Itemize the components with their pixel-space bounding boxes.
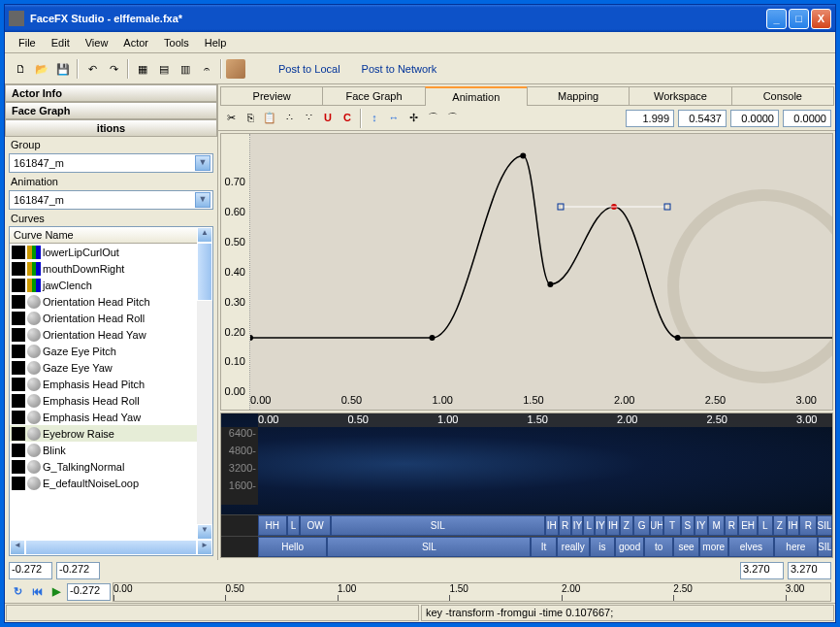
phoneme-cell[interactable]: It <box>531 537 556 557</box>
phoneme-cell[interactable]: IY <box>695 515 708 536</box>
menu-view[interactable]: View <box>78 35 116 50</box>
curve-row[interactable]: Blink <box>10 442 212 458</box>
bound-left2[interactable]: -0.272 <box>56 562 100 579</box>
move-v-icon[interactable]: ↕ <box>366 110 383 127</box>
save-icon[interactable]: 💾 <box>53 59 73 79</box>
curve-row[interactable]: jawClench <box>10 277 212 293</box>
phoneme-cell[interactable]: SIL <box>327 537 531 557</box>
panel3-icon[interactable]: ▥ <box>176 59 195 79</box>
phoneme-row[interactable]: HHLOWSILIHRIYLIYIHZGUHTSIYMREHLZIHRSIL <box>221 514 832 536</box>
phoneme-cell[interactable]: IH <box>545 515 559 536</box>
chevron-down-icon[interactable]: ▼ <box>195 192 210 208</box>
curves-scrollbar-h[interactable]: ◄ ► <box>10 540 212 555</box>
close-button[interactable]: X <box>811 9 831 29</box>
phoneme-cell[interactable]: Z <box>773 515 787 536</box>
scroll-down-icon[interactable]: ▼ <box>197 524 212 540</box>
tangent2-icon[interactable]: ⌒ <box>443 110 461 127</box>
magnet-icon[interactable]: U <box>319 110 337 127</box>
curve-row[interactable]: Orientation Head Yaw <box>10 326 212 343</box>
phoneme-cell[interactable]: IH <box>787 515 800 536</box>
move-h-icon[interactable]: ↔ <box>385 110 403 127</box>
actor-info-header[interactable]: Actor Info <box>5 84 217 102</box>
phoneme-cell[interactable]: Hello <box>258 537 327 557</box>
key1-icon[interactable]: ∴ <box>280 110 298 127</box>
tangent1-icon[interactable]: ⌒ <box>424 110 441 127</box>
bound-left1[interactable]: -0.272 <box>9 562 52 579</box>
curves-column-header[interactable]: Curve Name <box>10 227 212 244</box>
redo-icon[interactable]: ↷ <box>104 59 123 79</box>
animation-combo[interactable]: 161847_m ▼ <box>9 190 213 210</box>
titlebar[interactable]: FaceFX Studio - elffemale.fxa* _ □ X <box>5 5 835 32</box>
curve-row[interactable]: Emphasis Head Yaw <box>10 409 212 425</box>
bound-right2[interactable]: 3.270 <box>788 562 831 579</box>
phoneme-cell[interactable]: G <box>633 515 651 536</box>
phoneme-cell[interactable]: SIL <box>818 537 832 557</box>
paste-icon[interactable]: 📋 <box>261 110 278 127</box>
scroll-thumb-h[interactable] <box>25 540 197 555</box>
phoneme-cell[interactable]: IY <box>571 515 583 536</box>
curve-graph[interactable]: 0.000.100.200.300.400.500.600.70 0.000.5… <box>220 133 833 411</box>
phoneme-cell[interactable]: more <box>699 537 728 557</box>
key2-icon[interactable]: ∵ <box>300 110 317 127</box>
graph-canvas[interactable]: 0.000.501.001.502.002.503.00 <box>250 134 832 410</box>
post-network-link[interactable]: Post to Network <box>352 63 447 75</box>
tab-animation[interactable]: Animation <box>425 86 528 106</box>
pan-icon[interactable]: ✢ <box>404 110 422 127</box>
rewind-button[interactable]: ⏮ <box>28 583 46 601</box>
phoneme-cell[interactable]: EH <box>738 515 758 536</box>
phoneme-cell[interactable]: here <box>774 537 818 557</box>
itions-header[interactable]: itions <box>5 119 217 137</box>
tab-preview[interactable]: Preview <box>220 86 323 106</box>
cut-icon[interactable]: ✂ <box>222 110 240 127</box>
scroll-right-icon[interactable]: ► <box>197 540 212 555</box>
phoneme-cell[interactable]: L <box>758 515 773 536</box>
curve-row[interactable]: Gaze Eye Yaw <box>10 359 212 376</box>
curve-row[interactable]: Orientation Head Pitch <box>10 293 212 310</box>
menu-edit[interactable]: Edit <box>44 35 78 50</box>
curve-row[interactable]: G_TalkingNormal <box>10 458 212 475</box>
phoneme-cell[interactable]: T <box>663 515 681 536</box>
tab-console[interactable]: Console <box>731 86 834 106</box>
phoneme-cell[interactable]: OW <box>300 515 331 536</box>
tab-facegraph[interactable]: Face Graph <box>322 86 425 106</box>
scroll-left-icon[interactable]: ◄ <box>10 540 25 555</box>
menu-help[interactable]: Help <box>197 35 235 50</box>
phoneme-cell[interactable]: Z <box>620 515 633 536</box>
open-icon[interactable]: 📂 <box>32 59 51 79</box>
phoneme-cell[interactable]: M <box>708 515 726 536</box>
script-icon[interactable]: 𝄐 <box>197 59 216 79</box>
curve-row[interactable]: Emphasis Head Pitch <box>10 376 212 392</box>
phoneme-cell[interactable]: is <box>590 537 615 557</box>
menu-file[interactable]: File <box>11 35 44 50</box>
new-icon[interactable]: 🗋 <box>11 59 30 79</box>
tab-mapping[interactable]: Mapping <box>527 86 630 106</box>
menu-tools[interactable]: Tools <box>156 35 197 50</box>
phoneme-cell[interactable]: SIL <box>817 515 832 536</box>
phoneme-cell[interactable]: really <box>557 537 590 557</box>
phoneme-cell[interactable]: S <box>681 515 695 536</box>
face-graph-header[interactable]: Face Graph <box>5 102 217 119</box>
curve-row[interactable]: Emphasis Head Roll <box>10 392 212 409</box>
copy-icon[interactable]: ⎘ <box>242 110 259 127</box>
curve-row[interactable]: E_defaultNoiseLoop <box>10 475 212 491</box>
phoneme-cell[interactable]: R <box>559 515 572 536</box>
chevron-down-icon[interactable]: ▼ <box>195 155 210 171</box>
phoneme-cell[interactable]: IY <box>595 515 606 536</box>
loop-button[interactable]: ↻ <box>9 583 26 601</box>
bound-right1[interactable]: 3.270 <box>740 562 784 579</box>
group-combo[interactable]: 161847_m ▼ <box>9 153 213 173</box>
play-button[interactable]: ▶ <box>48 583 65 601</box>
word-row[interactable]: HelloSILItreallyisgoodtoseemoreelveshere… <box>221 536 832 557</box>
phoneme-cell[interactable]: HH <box>258 515 287 536</box>
spectrogram[interactable]: 0.000.501.001.502.002.503.00 6400-4800-3… <box>220 412 833 558</box>
phoneme-cell[interactable]: to <box>644 537 673 557</box>
panel2-icon[interactable]: ▤ <box>154 59 174 79</box>
phoneme-cell[interactable]: good <box>615 537 644 557</box>
phoneme-cell[interactable]: R <box>725 515 738 536</box>
phoneme-cell[interactable]: UH <box>650 515 663 536</box>
phoneme-cell[interactable]: R <box>799 515 817 536</box>
num-value[interactable]: 0.5437 <box>678 110 727 127</box>
curve-row[interactable]: Gaze Eye Pitch <box>10 343 212 359</box>
tab-workspace[interactable]: Workspace <box>629 86 731 106</box>
num-tan1[interactable]: 0.0000 <box>730 110 779 127</box>
